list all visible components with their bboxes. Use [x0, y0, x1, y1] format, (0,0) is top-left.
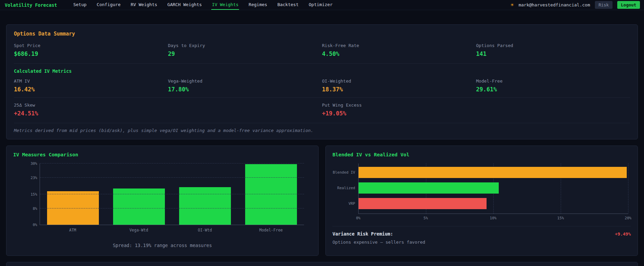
vrp-row: Variance Risk Premium: +9.49% [332, 231, 631, 237]
y-tick-label: 8% [33, 206, 37, 210]
metric-label: Model-Free [476, 79, 630, 84]
iv-comparison-plot: 0%8%15%23%30% [40, 163, 304, 225]
skew-metrics-row: 25Δ Skew +24.51% Put Wing Excess +19.05% [14, 97, 630, 117]
x-tick-label: 20% [625, 216, 631, 220]
metric-value: +19.05% [322, 110, 476, 117]
bar-cell [172, 163, 238, 225]
blended-vs-realized-card: Blended IV vs Realized Vol Blended IVRea… [325, 146, 638, 256]
stat-label: Days to Expiry [168, 43, 322, 48]
nav-item-rv-weights[interactable]: RV Weights [130, 0, 158, 10]
metric-label: Put Wing Excess [322, 103, 476, 108]
options-summary-title: Options Data Summary [14, 31, 630, 37]
nav-item-regimes[interactable]: Regimes [248, 0, 268, 10]
metric-atm-iv: ATM IV 16.42% [14, 79, 168, 93]
metric-value: 18.37% [322, 86, 476, 93]
bar-cell [106, 163, 172, 225]
metric-model-free: Model-Free 29.61% [476, 79, 630, 93]
gridline [40, 177, 304, 178]
charts-row: IV Measures Comparison 0%8%15%23%30% ATM… [6, 146, 638, 256]
iv-comparison-title: IV Measures Comparison [13, 152, 312, 157]
metric-value: 17.80% [168, 86, 322, 93]
iv-metrics-row: ATM IV 16.42% Vega-Weighted 17.80% OI-We… [14, 79, 630, 93]
blended-chart-plot [358, 163, 628, 214]
x-tick-label: 5% [424, 216, 428, 220]
bar-model-free [245, 164, 297, 225]
gridline [40, 163, 304, 163]
y-tick-label: Blended IV [332, 167, 358, 178]
stat-value: $686.19 [14, 50, 168, 57]
nav-item-garch-weights[interactable]: GARCH Weights [167, 0, 202, 10]
stat-label: Spot Price [14, 43, 168, 48]
nav-item-setup[interactable]: Setup [72, 0, 87, 10]
metric-value: +24.51% [14, 110, 168, 117]
main-nav: SetupConfigureRV WeightsGARCH WeightsIV … [72, 0, 333, 10]
theme-sun-icon[interactable]: ☀ [511, 2, 514, 8]
vrp-note: Options expensive — sellers favored [332, 240, 631, 245]
metric-oi-weighted: OI-Weighted 18.37% [322, 79, 476, 93]
metric-label: OI-Weighted [322, 79, 476, 84]
bar-row [359, 167, 628, 178]
nav-item-configure[interactable]: Configure [96, 0, 121, 10]
bar-row [359, 182, 628, 194]
blended-chart-x-ticks: 0%5%10%15%20% [358, 216, 628, 221]
nav-item-iv-weights[interactable]: IV Weights [211, 0, 239, 10]
x-tick-label: Model-Free [238, 228, 304, 232]
spread-note: Spread: 13.19% range across measures [13, 243, 312, 248]
vrp-label: Variance Risk Premium: [332, 231, 393, 237]
x-tick-label: ATM [40, 228, 106, 232]
summary-stats-row: Spot Price $686.19 Days to Expiry 29 Ris… [14, 43, 630, 57]
stat-label: Options Parsed [476, 43, 630, 48]
main-content: Options Data Summary Spot Price $686.19 … [0, 10, 644, 266]
vrp-value: +9.49% [615, 231, 631, 237]
y-tick-label: Realized [332, 182, 358, 194]
gridline [628, 163, 628, 214]
bar-cell [238, 163, 304, 225]
metric-label: Vega-Weighted [168, 79, 322, 84]
y-tick-label: 15% [30, 192, 37, 196]
metric-value: 16.42% [14, 86, 168, 93]
app-title: Volatility Forecast [5, 2, 57, 8]
stat-value: 141 [476, 50, 630, 57]
blended-chart-y-labels: Blended IVRealizedVRP [332, 163, 358, 221]
gridline [40, 208, 304, 208]
y-tick-label: 0% [33, 223, 37, 227]
calculated-iv-metrics-title: Calculated IV Metrics [14, 68, 630, 74]
stat-days-to-expiry: Days to Expiry 29 [168, 43, 322, 57]
iv-comparison-chart: 0%8%15%23%30% ATMVega-WtdOI-WtdModel-Fre… [13, 163, 312, 232]
navbar: Volatility Forecast SetupConfigureRV Wei… [0, 0, 644, 10]
navbar-right: ☀ mark@harvestedfinancial.com Risk Logou… [511, 1, 640, 9]
metric-25d-skew: 25Δ Skew +24.51% [14, 103, 168, 117]
blended-vs-realized-chart: Blended IVRealizedVRP 0%5%10%15%20% [332, 163, 631, 221]
y-tick-label: 23% [30, 176, 37, 180]
calculated-iv-metrics-section: Calculated IV Metrics ATM IV 16.42% Vega… [14, 63, 630, 93]
stat-value: 4.50% [322, 50, 476, 57]
metric-vega-weighted: Vega-Weighted 17.80% [168, 79, 322, 93]
nav-item-backtest[interactable]: Backtest [277, 0, 299, 10]
stat-label: Risk-Free Rate [322, 43, 476, 48]
gridline [40, 194, 304, 194]
bar-oi-wtd [179, 187, 231, 225]
x-tick-label: OI-Wtd [172, 228, 238, 232]
logout-button[interactable]: Logout [617, 1, 640, 9]
stat-value: 29 [168, 50, 322, 57]
iv-component-weights-card: IV Component Weights [6, 262, 638, 266]
x-tick-label: 10% [490, 216, 497, 220]
risk-button[interactable]: Risk [595, 1, 613, 9]
metric-label: ATM IV [14, 79, 168, 84]
y-tick-label: VRP [332, 198, 358, 209]
x-tick-label: 0% [356, 216, 360, 220]
stat-risk-free-rate: Risk-Free Rate 4.50% [322, 43, 476, 57]
bar-realized [359, 182, 499, 194]
iv-comparison-bars [40, 163, 304, 225]
options-data-summary-card: Options Data Summary Spot Price $686.19 … [6, 24, 638, 139]
metric-label: 25Δ Skew [14, 103, 168, 108]
bar-blended-iv [359, 167, 627, 178]
vrp-footer: Variance Risk Premium: +9.49% Options ex… [332, 226, 631, 245]
blended-vs-realized-title: Blended IV vs Realized Vol [332, 152, 631, 157]
bar-vrp [359, 198, 487, 209]
metric-put-wing-excess: Put Wing Excess +19.05% [322, 103, 476, 117]
x-tick-label: 15% [557, 216, 564, 220]
nav-item-optimizer[interactable]: Optimizer [308, 0, 333, 10]
blended-chart-plot-wrap: 0%5%10%15%20% [358, 163, 628, 221]
iv-measures-comparison-card: IV Measures Comparison 0%8%15%23%30% ATM… [6, 146, 319, 256]
